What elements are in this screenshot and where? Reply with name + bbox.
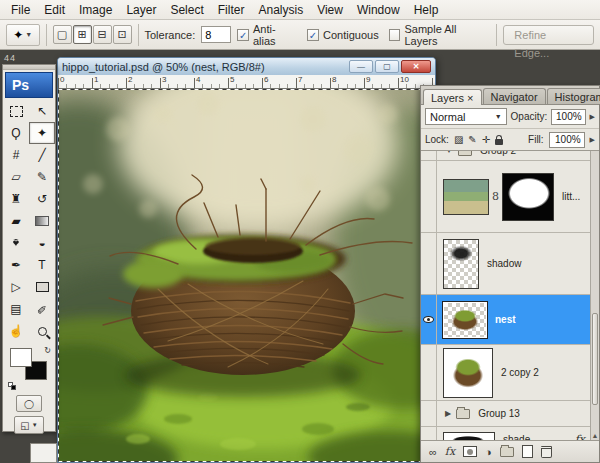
- add-to-selection-icon[interactable]: ⊞: [73, 25, 92, 44]
- layer-fx-badge[interactable]: fx: [575, 433, 585, 440]
- new-layer-icon[interactable]: [522, 445, 533, 458]
- close-button[interactable]: ✕: [401, 60, 431, 73]
- checkbox-icon[interactable]: ✓: [237, 29, 249, 41]
- layer-row-little-hippo[interactable]: 8 litt...: [421, 161, 599, 233]
- maximize-button[interactable]: ▢: [375, 60, 399, 73]
- layer-thumbnail[interactable]: [443, 432, 495, 441]
- layer-mask-thumbnail[interactable]: [502, 173, 554, 221]
- opacity-spinner-icon[interactable]: ▶: [590, 113, 595, 121]
- move-tool[interactable]: ↖: [29, 100, 55, 122]
- scroll-arrow-icon[interactable]: ▲: [591, 432, 599, 439]
- visibility-toggle[interactable]: [421, 295, 437, 344]
- adjustment-layer-icon[interactable]: ◑: [485, 446, 492, 458]
- tool-preset-picker[interactable]: ✦ ▼: [6, 24, 40, 46]
- visibility-toggle[interactable]: [421, 401, 437, 426]
- menu-view[interactable]: View: [310, 0, 350, 20]
- layer-row-nest[interactable]: nest: [421, 295, 599, 345]
- tolerance-input[interactable]: [201, 26, 231, 43]
- fill-spinner-icon[interactable]: ▶: [590, 136, 595, 144]
- tab-navigator[interactable]: Navigator: [483, 88, 546, 104]
- path-selection-tool[interactable]: ▷: [3, 276, 29, 298]
- opacity-input[interactable]: 100%: [551, 109, 585, 125]
- default-colors-icon[interactable]: [8, 382, 17, 390]
- layer-row-group13[interactable]: ▶ Group 13: [421, 401, 599, 427]
- checkbox-icon[interactable]: [389, 29, 401, 41]
- magic-wand-tool[interactable]: ✦: [29, 122, 55, 144]
- checkbox-contiguous[interactable]: ✓Contiguous: [307, 29, 379, 41]
- crop-tool[interactable]: #: [3, 144, 29, 166]
- visibility-toggle[interactable]: [421, 345, 437, 400]
- visibility-toggle[interactable]: [421, 427, 437, 440]
- canvas-image[interactable]: 思绪设计论坛 WWW.MISSYUAN.COM ALFOART.COM: [58, 89, 423, 462]
- rectangular-marquee-tool[interactable]: [3, 100, 29, 122]
- tab-histogram[interactable]: Histogram: [547, 88, 600, 104]
- healing-brush-tool[interactable]: ▱: [3, 166, 29, 188]
- foreground-color-swatch[interactable]: [10, 348, 32, 367]
- minimize-button[interactable]: —: [349, 60, 373, 73]
- menu-help[interactable]: Help: [407, 0, 446, 20]
- visibility-toggle[interactable]: [421, 233, 437, 294]
- mask-link-icon[interactable]: 8: [492, 190, 499, 203]
- menu-file[interactable]: File: [4, 0, 37, 20]
- lock-transparency-icon[interactable]: ▨: [454, 134, 463, 145]
- intersect-selection-icon[interactable]: ⊡: [113, 25, 132, 44]
- screen-mode-button[interactable]: ◱▼: [14, 416, 44, 434]
- menu-select[interactable]: Select: [163, 0, 210, 20]
- layer-thumbnail[interactable]: [443, 348, 493, 398]
- group-expand-icon[interactable]: ▼: [445, 151, 453, 155]
- layer-row-shade[interactable]: shade fx: [421, 427, 599, 440]
- layer-thumbnail[interactable]: [443, 179, 489, 215]
- layers-scrollbar[interactable]: ▲: [590, 151, 599, 440]
- dodge-tool[interactable]: ◒: [29, 232, 55, 254]
- clone-stamp-tool[interactable]: ♜: [3, 188, 29, 210]
- menu-analysis[interactable]: Analysis: [251, 0, 310, 20]
- layer-row-group2[interactable]: ▼ Group 2: [421, 151, 599, 161]
- lock-position-icon[interactable]: ✛: [482, 134, 490, 145]
- visibility-toggle[interactable]: [421, 161, 437, 232]
- delete-layer-icon[interactable]: [541, 446, 552, 458]
- visibility-toggle[interactable]: [421, 151, 437, 160]
- menu-layer[interactable]: Layer: [119, 0, 163, 20]
- group-expand-icon[interactable]: ▶: [445, 409, 451, 418]
- eraser-tool[interactable]: ▰: [3, 210, 29, 232]
- layer-row-2copy2[interactable]: 2 copy 2: [421, 345, 599, 401]
- new-selection-icon[interactable]: ▢: [53, 25, 72, 44]
- add-layer-mask-icon[interactable]: [463, 446, 477, 457]
- document-titlebar[interactable]: hippo_tutorial.psd @ 50% (nest, RGB/8#) …: [58, 58, 435, 75]
- layer-thumbnail[interactable]: [443, 302, 487, 338]
- gradient-tool[interactable]: [29, 210, 55, 232]
- type-tool[interactable]: T: [29, 254, 55, 276]
- palette-grip[interactable]: [3, 65, 55, 70]
- hand-tool[interactable]: ☝: [3, 320, 29, 342]
- menu-image[interactable]: Image: [72, 0, 119, 20]
- blur-tool[interactable]: ♠: [3, 232, 29, 254]
- notes-tool[interactable]: ▤: [3, 298, 29, 320]
- fill-input[interactable]: 100%: [549, 132, 585, 148]
- menu-window[interactable]: Window: [350, 0, 407, 20]
- quick-mask-button[interactable]: ◯: [16, 395, 42, 412]
- layer-row-shadow[interactable]: shadow: [421, 233, 599, 295]
- checkbox-icon[interactable]: ✓: [307, 29, 319, 41]
- history-brush-tool[interactable]: ↺: [29, 188, 55, 210]
- pen-tool[interactable]: ✒: [3, 254, 29, 276]
- lasso-tool[interactable]: Ϙ: [3, 122, 29, 144]
- checkbox-sample-all-layers[interactable]: Sample All Layers: [389, 23, 491, 47]
- lock-pixels-icon[interactable]: ✎: [468, 134, 476, 145]
- brush-tool[interactable]: ✎: [29, 166, 55, 188]
- subtract-from-selection-icon[interactable]: ⊟: [93, 25, 112, 44]
- tab-layers[interactable]: Layers ×: [423, 89, 482, 105]
- dock-collapse-label[interactable]: 44: [4, 53, 16, 63]
- layer-thumbnail[interactable]: [443, 239, 479, 289]
- refine-edge-button[interactable]: Refine Edge...: [503, 25, 594, 45]
- menu-edit[interactable]: Edit: [37, 0, 72, 20]
- new-group-icon[interactable]: [500, 447, 514, 457]
- scrollbar-thumb[interactable]: [592, 313, 598, 405]
- slice-tool[interactable]: ╱: [29, 144, 55, 166]
- swap-colors-icon[interactable]: ↻: [44, 346, 51, 355]
- layer-style-icon[interactable]: fx: [445, 445, 455, 458]
- eyedropper-tool[interactable]: ✎: [29, 298, 55, 320]
- menu-filter[interactable]: Filter: [211, 0, 252, 20]
- blend-mode-select[interactable]: Normal ▼: [425, 108, 507, 125]
- checkbox-anti-alias[interactable]: ✓Anti-alias: [237, 23, 297, 47]
- link-layers-icon[interactable]: ∞: [429, 446, 437, 458]
